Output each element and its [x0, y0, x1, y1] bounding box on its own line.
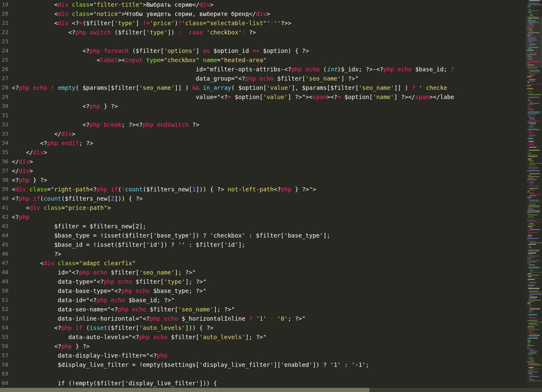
code-line[interactable]: <?php	[12, 212, 526, 222]
code-line[interactable]: data-inline-horizontal="<?php echo $_hor…	[12, 314, 526, 323]
horizontal-scrollbar[interactable]	[0, 388, 542, 392]
line-number: 56	[0, 342, 8, 351]
line-number: 60	[0, 379, 8, 388]
line-number: 51	[0, 295, 8, 305]
line-number: 30	[0, 102, 8, 111]
line-number: 27	[0, 74, 8, 83]
line-number: 40	[0, 194, 8, 203]
code-line[interactable]: <?php foreach ($filter['options'] as $op…	[12, 46, 526, 55]
line-number: 44	[0, 231, 8, 240]
code-line[interactable]: $base_type = !isset($filter['base_type']…	[12, 231, 526, 240]
code-line[interactable]: <?php if(count($filters_new[2])) { ?>	[12, 194, 526, 203]
code-line[interactable]	[12, 37, 526, 46]
line-number: 52	[0, 305, 8, 314]
code-line[interactable]: <?php switch ($filter['type']) : case 'c…	[12, 28, 526, 37]
code-line[interactable]: data-display-live-filter="<?php	[12, 351, 526, 360]
line-number: 38	[0, 175, 8, 185]
code-line[interactable]: <?php } ?>	[12, 342, 526, 351]
code-line[interactable]: $filter = $filters_new[2];	[12, 222, 526, 231]
code-line[interactable]	[12, 111, 526, 120]
line-number: 50	[0, 286, 8, 295]
code-line[interactable]: <div class="filter-title">Выбрать серию<…	[12, 0, 526, 9]
code-line[interactable]: <?php if (isset($filter['auto_levels']))…	[12, 323, 526, 332]
code-line[interactable]: <?php echo ! empty( $params[$filter['seo…	[12, 83, 526, 92]
line-number: 59	[0, 369, 8, 379]
code-line[interactable]: <label><input type="checkbox" name="heat…	[12, 55, 526, 65]
code-line[interactable]: <div class="price-path">	[12, 203, 526, 212]
code-line[interactable]: <div <?=($filter['type'] !='price')?'cla…	[12, 18, 526, 28]
line-number: 55	[0, 332, 8, 342]
minimap-viewport[interactable]	[526, 17, 542, 67]
code-line[interactable]: $display_live_filter = !empty($settings[…	[12, 360, 526, 369]
line-number: 35	[0, 148, 8, 157]
line-number: 33	[0, 129, 8, 139]
line-number: 32	[0, 120, 8, 129]
line-number: 25	[0, 55, 8, 65]
line-number: 24	[0, 46, 8, 55]
line-number: 34	[0, 139, 8, 148]
line-number: 53	[0, 314, 8, 323]
line-number: 36	[0, 157, 8, 166]
code-line[interactable]: <div class="notice">Чтобы увидеть серии,…	[12, 9, 526, 18]
line-number-gutter: 19 20 21 22 23 24 25 26 27 28 29 30 31 3…	[0, 0, 12, 392]
code-line[interactable]: data-type="<?php echo $filter['type']; ?…	[12, 277, 526, 286]
code-line[interactable]: $base_id = !isset($filter['id']) ? '' : …	[12, 240, 526, 249]
code-line[interactable]: id="mfilter-opts-attribs-<?php echo (int…	[12, 65, 526, 74]
code-line[interactable]: <?php endif; ?>	[12, 139, 526, 148]
line-number: 48	[0, 268, 8, 277]
code-line[interactable]: </div>	[12, 157, 526, 166]
line-number: 39	[0, 185, 8, 194]
code-line[interactable]: data-seo-name="<?php echo $filter['seo_n…	[12, 305, 526, 314]
horizontal-scrollbar-thumb[interactable]	[0, 388, 369, 392]
code-line[interactable]: <?php } ?>	[12, 175, 526, 185]
code-line[interactable]: </div>	[12, 166, 526, 175]
line-number: 58	[0, 360, 8, 369]
line-number: 45	[0, 240, 8, 249]
code-line[interactable]: <?php break; ?><?php endswitch ?>	[12, 120, 526, 129]
line-number: 23	[0, 37, 8, 46]
code-line[interactable]: <div class="adapt clearfix"	[12, 259, 526, 268]
code-line[interactable]: data-id="<?php echo $base_id; ?>"	[12, 295, 526, 305]
code-line[interactable]: if (!empty($filter['display_live_filter'…	[12, 379, 526, 388]
code-line[interactable]: data-auto-levels="<?php echo $filter['au…	[12, 332, 526, 342]
line-number: 21	[0, 18, 8, 28]
line-number: 26	[0, 65, 8, 74]
line-number: 46	[0, 249, 8, 259]
code-editor-area[interactable]: <div class="filter-title">Выбрать серию<…	[12, 0, 526, 392]
code-line[interactable]: </div>	[12, 129, 526, 139]
line-number: 37	[0, 166, 8, 175]
line-number: 57	[0, 351, 8, 360]
code-line[interactable]: value="<?= $option['value'] ?>"><span><?…	[12, 92, 526, 102]
code-line[interactable]	[12, 369, 526, 379]
line-number: 22	[0, 28, 8, 37]
line-number: 29	[0, 92, 8, 102]
line-number: 47	[0, 259, 8, 268]
line-number: 19	[0, 0, 8, 9]
line-number: 28	[0, 83, 8, 92]
code-line[interactable]: <div class="right-path<?php if(!count($f…	[12, 185, 526, 194]
line-number: 20	[0, 9, 8, 18]
code-line[interactable]: data-base-type="<?php echo $base_type; ?…	[12, 286, 526, 295]
line-number: 49	[0, 277, 8, 286]
code-line[interactable]: <?php } ?>	[12, 102, 526, 111]
minimap[interactable]	[526, 0, 542, 392]
code-line[interactable]: </div>	[12, 148, 526, 157]
line-number: 43	[0, 222, 8, 231]
line-number: 42	[0, 212, 8, 222]
line-number: 54	[0, 323, 8, 332]
code-line[interactable]: ?>	[12, 249, 526, 259]
code-line[interactable]: data_group="<?php echo $filter['seo_name…	[12, 74, 526, 83]
line-number: 31	[0, 111, 8, 120]
line-number: 41	[0, 203, 8, 212]
code-line[interactable]: id="<?php echo $filter['seo_name']; ?>"	[12, 268, 526, 277]
